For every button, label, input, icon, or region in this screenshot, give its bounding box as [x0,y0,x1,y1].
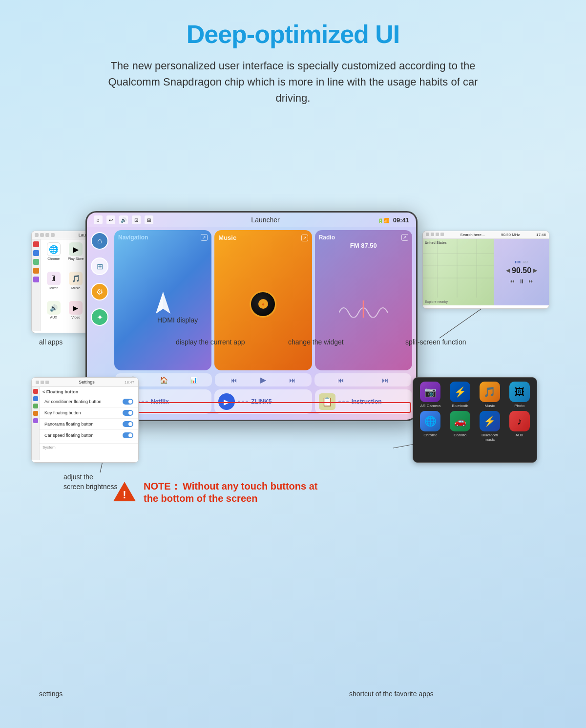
bluetooth-shortcut-icon[interactable]: ⚡ [450,382,470,402]
mini-app-mixer: 🎚 Mixer [43,272,64,299]
next-radio-icon[interactable]: ⏭ [382,376,389,384]
ac-toggle[interactable] [123,399,133,405]
svg-line-6 [440,304,488,338]
note-container: ! NOTE： Without any touch buttons atthe … [112,480,317,504]
chart-ctrl-icon[interactable]: 📊 [190,377,197,384]
radio-freq-label: FM 87.50 [319,242,408,249]
music-controls: ⏮ ▶ ⏭ [215,373,312,386]
settings-mini-screen: Settings 18:47 < Floating button Air con… [31,377,139,463]
mini-app-chrome: 🌐 Chrome [43,242,64,270]
music-tile[interactable]: Music ↗ ● [214,230,312,370]
aux-shortcut-icon[interactable]: ♪ [509,411,530,431]
settings-item-carspeed: Car speed floating button [40,430,138,441]
settings-mini-header: Settings 18:47 [32,378,138,387]
music-tile-label: Music [218,234,236,241]
carinfo-shortcut-icon[interactable]: 🚗 [450,411,470,431]
shortcut-aux: ♪ AUX [506,411,533,442]
shortcuts-grid: 📷 AR Camera ⚡ Bluetooth 🎵 Music 🖼 Photo … [417,382,533,442]
home-ctrl-icon[interactable]: 🏠 [160,376,168,384]
current-app-annotation: display the current app [176,338,245,346]
shortcuts-annotation: shortcut of the favorite apps [349,690,434,698]
mini-app-aux: 🔊 AUX [43,301,64,328]
radio-tile-label: Radio [319,234,335,241]
page-wrapper: Deep-optimized UI The new personalized u… [0,0,586,521]
mini-app-playstore: ▶ Play Store [66,242,86,270]
radio-expand-icon[interactable]: ↗ [401,234,408,241]
shortcut-music: 🎵 Music [477,382,503,408]
window-status-icon: ⊡ [132,215,141,224]
play-music-icon[interactable]: ▶ [260,375,266,385]
split-screen-widget: Search here... 90.50 MHz 17:46 United St… [422,231,549,309]
ar-camera-shortcut-icon[interactable]: 📷 [420,382,440,402]
settings-title: Settings [79,380,95,385]
panorama-toggle[interactable] [123,421,133,427]
widget-annotation: change the widget [288,338,344,346]
music-disc-icon: ● [250,291,276,318]
music-shortcut-icon[interactable]: 🎵 [480,382,500,402]
music-expand-icon[interactable]: ↗ [301,235,308,241]
settings-annotation: settings [39,690,63,698]
radio-tile[interactable]: Radio ↗ FM 87.50 [315,230,412,370]
radio-freq-display: 90.50 [512,266,531,275]
shortcut-photo: 🖼 Photo [506,382,533,408]
settings-item-key: Key floating button [40,407,138,419]
mini-app-music: 🎵 Music [66,272,86,299]
music-disc-center: ● [258,299,268,309]
paper-plane-icon [146,289,180,319]
radio-wave-icon [339,298,388,318]
no-touch-zone-highlight [112,402,411,413]
settings-section-floating: < Floating button [40,388,138,396]
brightness-sidebar-icon[interactable]: ✦ [91,308,108,326]
carspeed-toggle[interactable] [123,432,133,438]
brightness-annotation: adjust thescreen brightness [63,472,118,492]
status-icons: ⌂ ↩ 🔊 ⊡ ⊞ [94,215,153,224]
settings-sidebar-icon[interactable]: ⚙ [91,283,108,300]
page-title: Deep-optimized UI [29,20,557,49]
apps-sidebar-icon[interactable]: ⊞ [91,257,108,275]
apps-status-icon: ⊞ [145,215,153,224]
page-subtitle: The new personalized user interface is s… [103,58,483,106]
navigation-tile[interactable]: Navigation ↗ [114,230,211,370]
nav-tile-label: Navigation [118,234,148,241]
shortcut-arcamera: 📷 AR Camera [417,382,444,408]
shortcut-btmusic: ⚡ Bluetooth music [477,411,503,442]
note-text: NOTE： Without any touch buttons atthe bo… [144,480,317,504]
settings-system-label: System [40,443,138,451]
home-sidebar-icon[interactable]: ⌂ [91,232,108,250]
photo-shortcut-icon[interactable]: 🖼 [509,382,530,402]
warning-triangle-icon: ! [112,480,137,504]
splitscreen-annotation: split-screen function [405,338,466,346]
diagram-area: Launcher 18:45 🌐 Chrome [10,116,576,521]
launcher-label: Launcher [153,216,377,224]
shortcut-chrome: 🌐 Chrome [417,411,444,442]
key-toggle[interactable] [123,410,133,416]
shortcut-bluetooth: ⚡ Bluetooth [447,382,474,408]
prev-music-icon[interactable]: ⏮ [230,376,237,384]
header: Deep-optimized UI The new personalized u… [0,0,586,116]
vol-status-icon: 🔊 [119,215,128,224]
back-status-icon: ↩ [106,215,115,224]
hdmi-annotation: HDMI display [157,316,198,324]
time-display: 🔋📶 09:41 [377,216,409,224]
btmusic-shortcut-icon[interactable]: ⚡ [480,411,500,431]
nav-expand-icon[interactable]: ↗ [201,234,208,241]
svg-text:!: ! [123,489,126,501]
next-music-icon[interactable]: ⏭ [289,376,296,384]
home-status-icon: ⌂ [94,215,103,224]
all-apps-annotation: all apps [39,338,63,346]
shortcuts-mini-screen: 📷 AR Camera ⚡ Bluetooth 🎵 Music 🖼 Photo … [413,377,537,463]
prev-radio-icon[interactable]: ⏮ [337,376,344,384]
status-bar: ⌂ ↩ 🔊 ⊡ ⊞ Launcher 🔋📶 09:41 [87,213,416,227]
shortcut-carinfo: 🚗 CarInfo [447,411,474,442]
chrome-shortcut-icon[interactable]: 🌐 [420,411,440,431]
settings-item-ac: Air conditioner floating button [40,396,138,407]
mini-app-video: ▶ Video [66,301,86,328]
radio-controls: ⏮ ⏭ [314,373,411,386]
settings-item-panorama: Panorama floating button [40,419,138,430]
